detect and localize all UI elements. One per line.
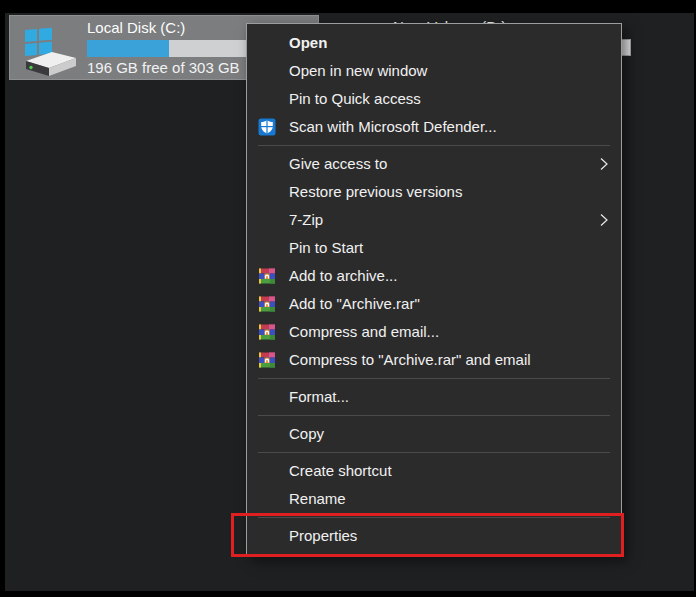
menu-item-copy[interactable]: Copy: [247, 420, 621, 448]
explorer-background: Local Disk (C:) 196 GB free of 303 GB Ne…: [5, 13, 694, 591]
menu-item-restore-previous-versions[interactable]: Restore previous versions: [247, 178, 621, 206]
menu-item-add-to-archive[interactable]: Add to archive...: [247, 262, 621, 290]
menu-item-label: Give access to: [289, 155, 387, 172]
hard-drive-windows-icon: [18, 21, 80, 77]
c-drive-usage-fill: [87, 40, 169, 57]
menu-item-pin-to-start[interactable]: Pin to Start: [247, 234, 621, 262]
menu-separator: [258, 452, 610, 453]
menu-item-give-access-to[interactable]: Give access to: [247, 150, 621, 178]
menu-item-label: Compress to "Archive.rar" and email: [289, 351, 531, 368]
menu-separator: [258, 378, 610, 379]
menu-item-label: Copy: [289, 425, 324, 442]
menu-item-scan-with-defender[interactable]: Scan with Microsoft Defender...: [247, 113, 621, 141]
menu-item-rename[interactable]: Rename: [247, 485, 621, 513]
menu-item-label: Open: [289, 34, 327, 51]
defender-shield-icon: [258, 118, 276, 136]
menu-separator: [258, 145, 610, 146]
chevron-right-icon: [599, 213, 609, 227]
context-menu: Open Open in new window Pin to Quick acc…: [246, 23, 622, 556]
menu-item-format[interactable]: Format...: [247, 383, 621, 411]
menu-item-label: Create shortcut: [289, 462, 392, 479]
drive-name: Local Disk (C:): [87, 19, 185, 36]
winrar-icon: [258, 267, 276, 285]
menu-item-label: Pin to Start: [289, 239, 363, 256]
menu-item-open[interactable]: Open: [247, 29, 621, 57]
menu-item-label: Add to "Archive.rar": [289, 295, 420, 312]
menu-item-label: Compress and email...: [289, 323, 439, 340]
menu-item-label: Pin to Quick access: [289, 90, 421, 107]
menu-item-create-shortcut[interactable]: Create shortcut: [247, 457, 621, 485]
menu-item-open-in-new-window[interactable]: Open in new window: [247, 57, 621, 85]
menu-item-7zip[interactable]: 7-Zip: [247, 206, 621, 234]
winrar-icon: [258, 351, 276, 369]
screenshot-root: Local Disk (C:) 196 GB free of 303 GB Ne…: [0, 0, 696, 597]
menu-item-label: Open in new window: [289, 62, 427, 79]
menu-item-add-to-archive-rar[interactable]: Add to "Archive.rar": [247, 290, 621, 318]
menu-item-label: Add to archive...: [289, 267, 397, 284]
winrar-icon: [258, 295, 276, 313]
winrar-icon: [258, 323, 276, 341]
menu-item-label: Rename: [289, 490, 346, 507]
menu-item-compress-to-archive-rar-and-email[interactable]: Compress to "Archive.rar" and email: [247, 346, 621, 374]
menu-item-label: 7-Zip: [289, 211, 323, 228]
menu-separator: [258, 415, 610, 416]
menu-item-pin-to-quick-access[interactable]: Pin to Quick access: [247, 85, 621, 113]
chevron-right-icon: [599, 157, 609, 171]
menu-item-label: Format...: [289, 388, 349, 405]
menu-item-label: Restore previous versions: [289, 183, 462, 200]
menu-item-label: Scan with Microsoft Defender...: [289, 118, 497, 135]
menu-item-compress-and-email[interactable]: Compress and email...: [247, 318, 621, 346]
annotation-highlight-properties: [231, 513, 624, 557]
drive-capacity-text: 196 GB free of 303 GB: [87, 59, 240, 76]
